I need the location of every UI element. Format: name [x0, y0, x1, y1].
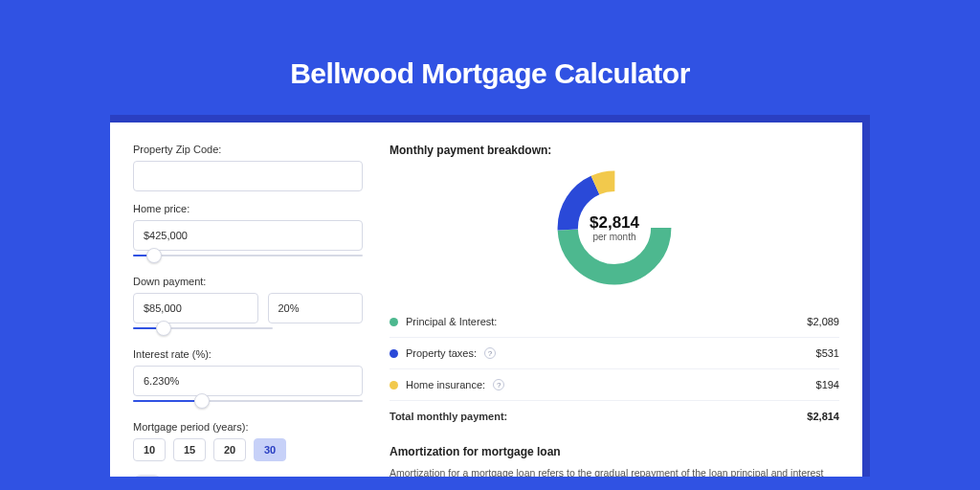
donut-center-sub: per month	[590, 232, 639, 242]
label-down-payment: Down payment:	[133, 276, 363, 287]
label-zip: Property Zip Code:	[133, 144, 363, 155]
legend-dot-icon	[390, 349, 398, 358]
label-interest-rate: Interest rate (%):	[133, 348, 363, 360]
page-title: Bellwood Mortgage Calculator	[290, 57, 690, 90]
help-icon[interactable]: ?	[493, 379, 504, 390]
slider-thumb[interactable]	[194, 393, 210, 409]
toggle-veteran[interactable]	[133, 475, 162, 477]
legend-row-ins: Home insurance:?$194	[390, 368, 839, 400]
period-button-group: 10152030	[133, 438, 363, 461]
legend-row-total: Total monthly payment: $2,814	[390, 400, 839, 432]
slider-thumb[interactable]	[146, 248, 162, 263]
amortization-title: Amortization for mortgage loan	[390, 445, 839, 458]
label-period: Mortgage period (years):	[133, 421, 363, 433]
legend-total-label: Total monthly payment:	[390, 411, 507, 422]
legend-value: $194	[816, 379, 839, 390]
slider-thumb[interactable]	[156, 321, 171, 336]
card-backdrop: Property Zip Code: Home price: Down paym…	[110, 115, 870, 477]
breakdown-title: Monthly payment breakdown:	[390, 144, 839, 157]
breakdown-legend: Principal & Interest:$2,089Property taxe…	[390, 306, 839, 400]
amortization-text: Amortization for a mortgage loan refers …	[390, 466, 839, 477]
field-veteran: I am veteran or military	[133, 475, 363, 477]
slider-fill	[133, 400, 202, 402]
field-period: Mortgage period (years): 10152030	[133, 421, 363, 461]
donut-center-amount: $2,814	[590, 213, 639, 233]
legend-dot-icon	[390, 381, 398, 390]
slider-track	[133, 255, 363, 256]
field-interest-rate: Interest rate (%):	[133, 348, 363, 410]
page: Bellwood Mortgage Calculator Property Zi…	[0, 0, 980, 490]
breakdown-column: Monthly payment breakdown: $2,814 per mo…	[390, 144, 839, 477]
input-zip[interactable]	[133, 161, 363, 191]
legend-value: $2,089	[807, 316, 839, 327]
donut-chart-wrap: $2,814 per month	[390, 167, 839, 289]
period-button-30[interactable]: 30	[254, 438, 286, 461]
legend-label: Home insurance:	[406, 379, 485, 390]
form-column: Property Zip Code: Home price: Down paym…	[133, 144, 363, 477]
slider-home-price[interactable]	[133, 251, 363, 264]
field-down-payment: Down payment:	[133, 276, 363, 337]
input-down-payment-amount[interactable]	[133, 293, 258, 323]
legend-row-tax: Property taxes:?$531	[390, 337, 839, 368]
slider-interest-rate[interactable]	[133, 396, 363, 410]
slider-down-payment[interactable]	[133, 323, 273, 337]
input-interest-rate[interactable]	[133, 366, 363, 396]
legend-label: Principal & Interest:	[406, 316, 497, 327]
period-button-20[interactable]: 20	[213, 438, 246, 461]
legend-total-value: $2,814	[807, 411, 839, 422]
period-button-10[interactable]: 10	[133, 438, 166, 461]
input-home-price[interactable]	[133, 220, 363, 251]
calculator-card: Property Zip Code: Home price: Down paym…	[110, 122, 862, 477]
field-home-price: Home price:	[133, 203, 363, 264]
legend-row-pi: Principal & Interest:$2,089	[390, 306, 839, 337]
legend-value: $531	[816, 347, 839, 359]
label-home-price: Home price:	[133, 203, 363, 214]
legend-dot-icon	[390, 318, 398, 326]
legend-label: Property taxes:	[406, 347, 477, 359]
field-zip: Property Zip Code:	[133, 144, 363, 191]
input-down-payment-pct[interactable]	[268, 293, 364, 323]
help-icon[interactable]: ?	[484, 347, 496, 359]
period-button-15[interactable]: 15	[173, 438, 206, 461]
donut-center: $2,814 per month	[590, 213, 639, 242]
